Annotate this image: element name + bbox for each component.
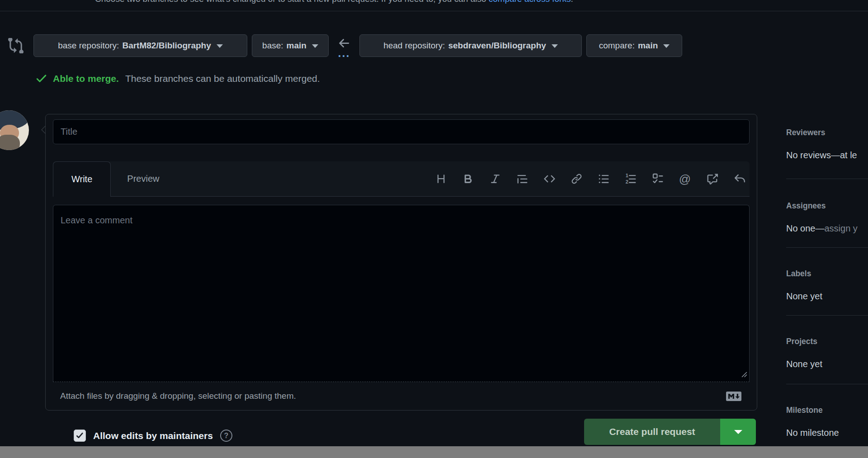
markdown-icon[interactable] xyxy=(726,392,741,401)
head-repository-selector[interactable]: head repository: sebdraven/Bibliography xyxy=(359,34,582,57)
create-pull-request-split-button: Create pull request xyxy=(584,419,756,445)
user-avatar xyxy=(0,110,29,150)
svg-text:2: 2 xyxy=(625,179,628,184)
clipped-header-line: Choose two branches to see what's change… xyxy=(0,0,868,5)
diff-range-dots: ... xyxy=(338,51,350,55)
chevron-down-icon xyxy=(312,44,318,48)
mention-icon[interactable]: @ xyxy=(679,173,691,185)
compare-range-indicator: ... xyxy=(329,37,359,55)
task-list-icon[interactable] xyxy=(652,173,664,185)
merge-status-message: These branches can be automatically merg… xyxy=(125,73,320,84)
chevron-down-icon xyxy=(734,430,742,434)
tab-preview[interactable]: Preview xyxy=(111,161,175,196)
bold-icon[interactable] xyxy=(462,173,474,185)
markdown-toolbar: 12 @ xyxy=(435,161,750,196)
sidebar-section-assignees: Assignees No one—assign y xyxy=(786,201,868,234)
sidebar-title: Projects xyxy=(786,337,868,346)
branch-picker-bar: base repository: BartM82/Bibliography ba… xyxy=(8,34,682,57)
base-repository-selector[interactable]: base repository: BartM82/Bibliography xyxy=(33,34,247,57)
cross-reference-icon[interactable] xyxy=(706,173,718,185)
git-compare-icon xyxy=(8,38,24,53)
allow-edits-row: Allow edits by maintainers ? xyxy=(74,430,232,442)
heading-icon[interactable] xyxy=(435,173,447,185)
merge-status: Able to merge. These branches can be aut… xyxy=(35,72,320,85)
svg-text:1: 1 xyxy=(625,173,628,178)
merge-status-title: Able to merge. xyxy=(53,73,119,84)
link-icon[interactable] xyxy=(571,173,582,185)
attach-files-bar[interactable]: Attach files by dragging & dropping, sel… xyxy=(53,382,750,410)
sidebar-title: Assignees xyxy=(786,201,868,211)
checkmark-icon xyxy=(75,431,84,440)
sidebar-title: Reviewers xyxy=(786,128,868,137)
sidebar-divider xyxy=(786,384,868,384)
compare-branch-selector[interactable]: compare: main xyxy=(586,34,682,57)
quote-icon[interactable] xyxy=(516,173,528,185)
chevron-down-icon xyxy=(217,44,223,48)
sidebar-title: Milestone xyxy=(786,406,868,415)
attach-files-hint: Attach files by dragging & dropping, sel… xyxy=(60,391,296,401)
editor-tab-strip: Write Preview xyxy=(53,161,750,197)
clipped-header-text: Choose two branches to see what's change… xyxy=(95,0,573,4)
resize-grip-icon[interactable] xyxy=(741,371,748,378)
pr-sidebar: Reviewers No reviews—at le Assignees No … xyxy=(786,0,868,458)
sidebar-section-projects: Projects None yet xyxy=(786,337,868,369)
code-icon[interactable] xyxy=(543,173,555,185)
sidebar-section-reviewers: Reviewers No reviews—at le xyxy=(786,128,868,161)
check-icon xyxy=(35,72,47,85)
pr-title-input[interactable] xyxy=(53,119,750,144)
sidebar-section-labels: Labels None yet xyxy=(786,269,868,302)
allow-edits-checkbox[interactable] xyxy=(74,430,86,442)
compare-across-forks-link[interactable]: compare across forks xyxy=(489,0,571,4)
reply-icon[interactable] xyxy=(733,173,745,185)
tab-write[interactable]: Write xyxy=(53,161,111,197)
pull-request-form-card: Write Preview xyxy=(45,114,757,411)
italic-icon[interactable] xyxy=(489,173,501,185)
sidebar-divider xyxy=(786,315,868,316)
create-pull-request-dropdown[interactable] xyxy=(720,419,756,445)
sidebar-section-milestone: Milestone No milestone xyxy=(786,406,868,438)
sidebar-divider xyxy=(786,179,868,179)
unordered-list-icon[interactable] xyxy=(598,173,609,185)
avatar-beard xyxy=(0,135,20,150)
chevron-down-icon xyxy=(663,44,670,48)
base-branch-selector[interactable]: base: main xyxy=(252,34,329,57)
header-divider xyxy=(0,11,868,11)
bottom-gray-bar xyxy=(0,446,868,458)
chevron-down-icon xyxy=(552,44,558,48)
create-pull-request-button[interactable]: Create pull request xyxy=(584,419,720,445)
allow-edits-label[interactable]: Allow edits by maintainers xyxy=(93,430,213,441)
help-icon[interactable]: ? xyxy=(220,430,232,442)
comment-textarea[interactable] xyxy=(53,205,750,382)
ordered-list-icon[interactable]: 12 xyxy=(625,173,637,185)
sidebar-title: Labels xyxy=(786,269,868,279)
sidebar-divider xyxy=(786,247,868,248)
